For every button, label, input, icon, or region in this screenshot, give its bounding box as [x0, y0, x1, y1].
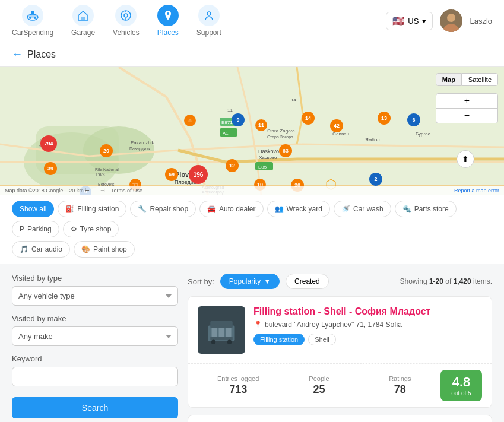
repair-shop-icon: 🔧: [138, 205, 147, 213]
svg-rect-53: [210, 337, 233, 340]
svg-text:Pazardzhik: Pazardzhik: [131, 140, 155, 145]
map-type-satellite[interactable]: Satellite: [462, 73, 498, 86]
marker-63[interactable]: 63: [279, 144, 292, 157]
marker-14[interactable]: 14: [302, 112, 315, 125]
place-card-2: Filling station - EKO - 4-ти километър 📍…: [188, 415, 492, 422]
svg-text:Haskovo: Haskovo: [258, 148, 279, 154]
map-report[interactable]: Report a map error: [454, 188, 499, 193]
sort-label: Sort by:: [188, 277, 214, 286]
filter-wreck-yard[interactable]: 👥 Wreck yard: [267, 201, 330, 217]
nav-garage[interactable]: Garage: [71, 5, 95, 37]
svg-point-3: [34, 17, 36, 19]
breadcrumb: ← Places: [0, 42, 504, 67]
nav-places[interactable]: Places: [157, 5, 179, 37]
sort-created[interactable]: Created: [286, 274, 329, 289]
nav-support[interactable]: Support: [196, 5, 221, 37]
nav-vehicles-label: Vehicles: [113, 28, 140, 37]
place-thumbnail-1: [198, 306, 245, 354]
make-label: Visited by make: [12, 314, 178, 323]
tag-shell-1[interactable]: Shell: [308, 334, 335, 345]
place-address-1: 📍 bulevard "Andrey Lyapchev" 71, 1784 So…: [253, 321, 482, 329]
chevron-down-icon: ▾: [422, 17, 426, 26]
marker-69[interactable]: 69: [165, 168, 178, 181]
nav-carspending[interactable]: CarSpending: [12, 5, 53, 37]
marker-196[interactable]: 196: [189, 165, 208, 184]
marker-8[interactable]: 8: [184, 115, 196, 126]
filter-parts-store[interactable]: 🔩 Parts store: [395, 201, 457, 217]
marker-13[interactable]: 13: [378, 112, 391, 125]
place-title-1[interactable]: Filling station - Shell - София Младост: [253, 306, 482, 317]
svg-point-13: [447, 14, 455, 22]
keyword-input[interactable]: [12, 367, 178, 386]
user-name: Laszlo: [470, 17, 492, 26]
filter-tyre-shop[interactable]: ⚙ Tyre shop: [63, 221, 119, 237]
svg-rect-49: [210, 321, 233, 328]
marker-11-top[interactable]: 11: [255, 119, 267, 131]
filter-auto-dealer[interactable]: 🚘 Auto dealer: [199, 201, 263, 217]
map-attribution: Map data ©2018 Google 20 km ⊢——⊣ Terms o…: [5, 188, 142, 193]
avatar[interactable]: [440, 9, 462, 32]
filter-row-1: Show all ⛽ Filling station 🔧 Repair shop…: [12, 201, 492, 237]
make-select[interactable]: Any make: [12, 326, 178, 346]
svg-text:Ямбол: Ямбол: [365, 137, 380, 142]
svg-text:Стара Загора: Стара Загора: [267, 135, 293, 139]
marker-42[interactable]: 42: [330, 119, 343, 132]
marker-12[interactable]: 12: [226, 159, 239, 172]
svg-text:Rila National: Rila National: [95, 167, 119, 172]
back-button[interactable]: ←: [12, 48, 23, 61]
marker-20-left[interactable]: 20: [100, 144, 113, 157]
filter-parking[interactable]: P Parking: [12, 221, 59, 237]
score-label-1: out of 5: [449, 390, 474, 396]
results-total: 1,420: [454, 277, 471, 285]
map-container[interactable]: nik ник Pazardzhik Пазарджик Plovdiv Пло…: [0, 67, 504, 195]
auto-dealer-icon: 🚘: [207, 205, 216, 213]
language-button[interactable]: 🇺🇸 US ▾: [386, 12, 433, 30]
svg-text:Хасково: Хасково: [259, 155, 277, 160]
nav-vehicles[interactable]: Vehicles: [113, 5, 140, 37]
main-content: Visited by type Any vehicle type Visited…: [0, 264, 504, 422]
sort-popularity[interactable]: Popularity ▼: [220, 274, 280, 289]
marker-6-top[interactable]: 6: [407, 113, 420, 126]
nav-carspending-label: CarSpending: [12, 28, 53, 37]
map-type-map[interactable]: Map: [436, 73, 462, 86]
search-button[interactable]: Search: [12, 397, 178, 418]
svg-text:Stara Zagora: Stara Zagora: [267, 128, 295, 134]
svg-point-2: [29, 17, 31, 19]
map-bg: nik ник Pazardzhik Пазарджик Plovdiv Пло…: [0, 67, 504, 195]
flag-icon: 🇺🇸: [392, 15, 404, 27]
svg-point-11: [207, 12, 211, 15]
zoom-in-button[interactable]: +: [436, 94, 497, 109]
zoom-out-button[interactable]: −: [436, 109, 497, 123]
vehicle-type-select[interactable]: Any vehicle type: [12, 286, 178, 306]
filter-car-wash[interactable]: 🚿 Car wash: [334, 201, 391, 217]
ratings-value-1: 78: [360, 383, 440, 396]
results-range: 1-20: [429, 277, 443, 285]
marker-794[interactable]: 794: [40, 135, 57, 152]
place-card-1: Filling station - Shell - София Младост …: [188, 296, 492, 408]
filter-paint-shop[interactable]: 🎨 Paint shop: [74, 241, 135, 258]
marker-39[interactable]: 39: [44, 162, 57, 175]
svg-text:Park: Park: [96, 172, 105, 176]
place-card-top-1: Filling station - Shell - София Младост …: [188, 297, 492, 364]
filter-repair-shop[interactable]: 🔧 Repair shop: [130, 201, 196, 217]
svg-rect-51: [219, 328, 224, 337]
car-wash-icon: 🚿: [341, 205, 350, 213]
navigation-arrow[interactable]: ⬆: [457, 150, 474, 168]
svg-point-4: [31, 11, 34, 14]
map-type-buttons: Map Satellite: [436, 73, 498, 86]
marker-9[interactable]: 9: [232, 113, 245, 126]
vehicle-type-group: Visited by type Any vehicle type: [12, 274, 178, 306]
svg-point-55: [227, 340, 232, 345]
filter-car-audio[interactable]: 🎵 Car audio: [12, 241, 70, 258]
filter-show-all[interactable]: Show all: [12, 201, 54, 217]
keyword-group: Keyword: [12, 354, 178, 386]
marker-2[interactable]: 2: [369, 173, 382, 186]
tag-filling-station-1[interactable]: Filling station: [253, 334, 305, 345]
place-people-1: People 25: [278, 375, 359, 396]
filter-filling-station[interactable]: ⛽ Filling station: [58, 201, 126, 217]
map-controls: Map Satellite + −: [436, 73, 498, 123]
make-group: Visited by make Any make: [12, 314, 178, 346]
svg-rect-52: [226, 328, 232, 337]
results-header: Sort by: Popularity ▼ Created Showing 1-…: [188, 274, 492, 289]
vehicles-icon: [115, 5, 137, 26]
